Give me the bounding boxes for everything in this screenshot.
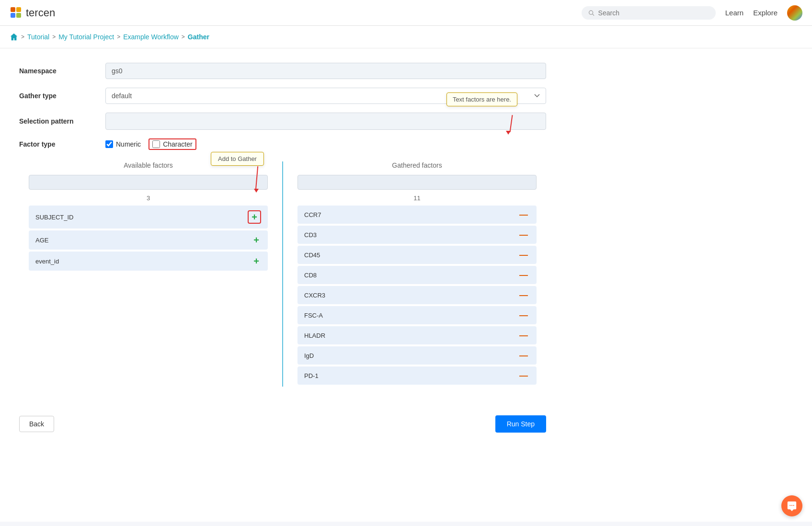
- available-factor-event_id: event_id +: [29, 252, 268, 271]
- gathered-factors-list: CCR7 — CD3 — CD45 — CD8 —: [297, 206, 537, 387]
- logo[interactable]: tercen: [10, 6, 55, 20]
- svg-point-7: [791, 505, 792, 506]
- search-box[interactable]: [582, 6, 716, 20]
- available-factor-SUBJECT_ID: SUBJECT_ID +: [29, 206, 268, 229]
- add-event_id-button[interactable]: +: [252, 256, 261, 266]
- header: tercen Learn Explore: [0, 0, 812, 26]
- add-SUBJECT_ID-button[interactable]: +: [248, 210, 261, 224]
- breadcrumb-sep-3: >: [182, 34, 185, 40]
- header-right: Learn Explore: [582, 5, 802, 21]
- breadcrumb: > Tutorial > My Tutorial Project > Examp…: [0, 26, 812, 48]
- add-to-gather-tooltip: Add to Gather: [211, 152, 264, 166]
- selection-pattern-label: Selection pattern: [19, 117, 96, 125]
- remove-CD8-button[interactable]: —: [517, 271, 530, 279]
- factors-section: Available factors 3 SUBJECT_ID + AGE + e…: [19, 161, 546, 387]
- gathered-factor-name-HLADR: HLADR: [304, 332, 325, 339]
- learn-link[interactable]: Learn: [725, 9, 743, 17]
- factor-type-label: Factor type: [19, 140, 96, 148]
- gathered-factor-CD3: CD3 —: [297, 226, 537, 244]
- svg-rect-3: [16, 13, 21, 18]
- svg-point-8: [793, 505, 794, 506]
- gathered-factor-name-CD3: CD3: [304, 231, 317, 239]
- available-factor-name-AGE: AGE: [35, 237, 48, 244]
- breadcrumb-current: Gather: [188, 33, 209, 41]
- available-factor-name-event_id: event_id: [35, 258, 59, 265]
- svg-rect-0: [11, 7, 15, 12]
- character-checkbox[interactable]: [152, 140, 160, 148]
- remove-FSC-A-button[interactable]: —: [517, 311, 530, 320]
- gathered-factor-CXCR3: CXCR3 —: [297, 286, 537, 304]
- add-AGE-button[interactable]: +: [252, 235, 261, 245]
- gathered-factor-FSC-A: FSC-A —: [297, 306, 537, 324]
- run-step-button[interactable]: Run Step: [495, 415, 546, 433]
- remove-CD45-button[interactable]: —: [517, 251, 530, 259]
- remove-CD3-button[interactable]: —: [517, 230, 530, 239]
- form-section: Namespace gs0 Gather type default custom…: [19, 63, 546, 433]
- remove-CXCR3-button[interactable]: —: [517, 291, 530, 299]
- breadcrumb-sep-1: >: [52, 34, 56, 40]
- gathered-factors-search[interactable]: [297, 175, 537, 190]
- main-content: Namespace gs0 Gather type default custom…: [0, 48, 812, 522]
- remove-HLADR-button[interactable]: —: [517, 331, 530, 340]
- svg-rect-1: [16, 7, 21, 12]
- gathered-factors-count: 11: [297, 194, 537, 202]
- gathered-factor-IgD: IgD —: [297, 346, 537, 365]
- selection-pattern-row: Selection pattern Text factors are here.: [19, 113, 546, 130]
- namespace-value: gs0: [105, 63, 546, 79]
- gathered-factor-name-CXCR3: CXCR3: [304, 292, 325, 299]
- chat-icon: [787, 501, 797, 511]
- gathered-factor-CD45: CD45 —: [297, 246, 537, 264]
- factor-type-area: Numeric Character: [105, 138, 196, 150]
- gathered-factor-name-PD-1: PD-1: [304, 372, 319, 379]
- gathered-factor-name-IgD: IgD: [304, 352, 314, 359]
- back-button[interactable]: Back: [19, 416, 54, 432]
- gathered-factor-CCR7: CCR7 —: [297, 206, 537, 224]
- logo-text: tercen: [26, 7, 55, 19]
- factor-type-row: Factor type Numeric Character: [19, 138, 546, 150]
- breadcrumb-tutorial[interactable]: Tutorial: [27, 33, 49, 41]
- gathered-factors-column: Gathered factors 11 CCR7 — CD3 — CD45 —: [288, 161, 546, 387]
- gathered-factor-name-CD8: CD8: [304, 272, 317, 279]
- remove-CCR7-button[interactable]: —: [517, 210, 530, 219]
- selection-pattern-input[interactable]: [105, 113, 546, 130]
- svg-point-6: [789, 505, 790, 506]
- home-icon[interactable]: [10, 33, 18, 41]
- selection-pattern-area: Text factors are here.: [105, 113, 546, 130]
- breadcrumb-workflow[interactable]: Example Workflow: [123, 33, 179, 41]
- breadcrumb-sep-0: >: [21, 34, 24, 40]
- namespace-row: Namespace gs0: [19, 63, 546, 79]
- svg-point-4: [589, 11, 593, 14]
- add-gather-arrowhead: [254, 189, 259, 193]
- gathered-factor-name-CCR7: CCR7: [304, 211, 321, 218]
- character-checkbox-label[interactable]: Character: [152, 140, 192, 148]
- gathered-factor-CD8: CD8 —: [297, 266, 537, 284]
- gathered-factor-name-CD45: CD45: [304, 252, 320, 259]
- gathered-factor-HLADR: HLADR —: [297, 326, 537, 344]
- numeric-checkbox-label[interactable]: Numeric: [105, 140, 141, 148]
- gather-type-label: Gather type: [19, 92, 96, 100]
- factors-divider: [282, 161, 283, 387]
- logo-icon: [10, 6, 23, 20]
- svg-rect-2: [11, 13, 15, 18]
- available-factor-AGE: AGE +: [29, 230, 268, 250]
- explore-link[interactable]: Explore: [753, 9, 778, 17]
- remove-IgD-button[interactable]: —: [517, 351, 530, 360]
- namespace-label: Namespace: [19, 67, 96, 75]
- breadcrumb-project[interactable]: My Tutorial Project: [58, 33, 114, 41]
- numeric-label: Numeric: [116, 140, 141, 148]
- chat-bubble[interactable]: [781, 495, 802, 516]
- breadcrumb-sep-2: >: [117, 34, 120, 40]
- search-input[interactable]: [598, 9, 709, 17]
- character-label: Character: [163, 140, 192, 148]
- user-avatar[interactable]: [787, 5, 802, 21]
- remove-PD-1-button[interactable]: —: [517, 371, 530, 380]
- footer-actions: Back Run Step: [19, 406, 546, 433]
- gathered-factors-header: Gathered factors: [297, 161, 537, 169]
- search-icon: [588, 10, 595, 16]
- svg-line-5: [593, 14, 594, 15]
- available-factors-count: 3: [29, 194, 268, 202]
- tooltip-arrowhead: [506, 131, 511, 135]
- gathered-factor-name-FSC-A: FSC-A: [304, 312, 323, 319]
- available-factors-search[interactable]: [29, 175, 268, 190]
- numeric-checkbox[interactable]: [105, 140, 113, 148]
